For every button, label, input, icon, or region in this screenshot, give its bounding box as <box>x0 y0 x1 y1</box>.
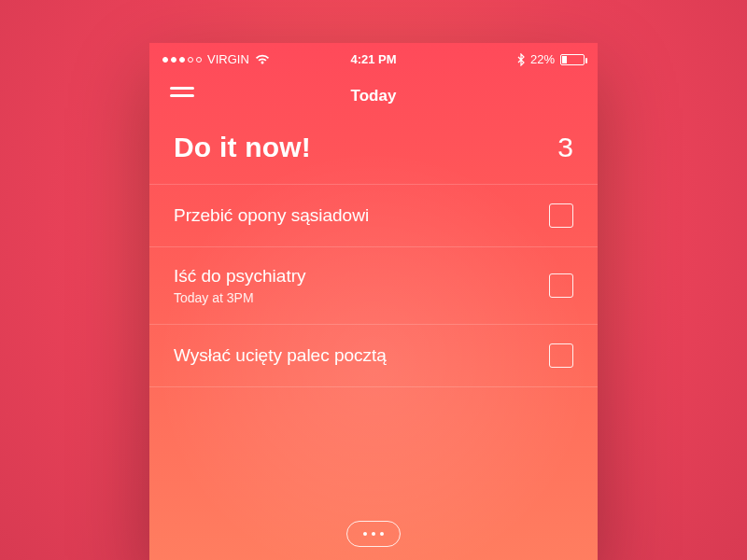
task-checkbox[interactable] <box>549 203 573 228</box>
dots-icon <box>372 532 375 536</box>
task-title: Iść do psychiatry <box>174 266 306 287</box>
task-title: Przebić opony sąsiadowi <box>174 205 369 226</box>
list-item[interactable]: Wysłać ucięty palec pocztą <box>149 324 598 387</box>
list-title: Do it now! <box>174 132 311 163</box>
dots-icon <box>363 532 367 536</box>
menu-button[interactable] <box>170 87 194 102</box>
list-count: 3 <box>557 132 573 163</box>
task-list: Przebić opony sąsiadowi Iść do psychiatr… <box>149 184 598 387</box>
task-checkbox[interactable] <box>549 273 573 298</box>
status-bar: VIRGIN 4:21 PM 22% <box>149 43 598 72</box>
more-button[interactable] <box>346 521 401 547</box>
nav-bar: Today <box>149 72 598 124</box>
list-item[interactable]: Iść do psychiatry Today at 3PM <box>149 246 598 324</box>
dots-icon <box>380 532 384 536</box>
clock: 4:21 PM <box>149 52 598 66</box>
battery-icon <box>560 54 585 65</box>
task-subtitle: Today at 3PM <box>174 290 306 305</box>
list-header: Do it now! 3 <box>149 124 598 184</box>
phone-screen: VIRGIN 4:21 PM 22% Today Do it now! 3 Pr… <box>149 43 598 560</box>
task-checkbox[interactable] <box>549 343 573 368</box>
nav-title: Today <box>351 87 397 105</box>
list-item[interactable]: Przebić opony sąsiadowi <box>149 184 598 246</box>
task-title: Wysłać ucięty palec pocztą <box>174 345 387 366</box>
